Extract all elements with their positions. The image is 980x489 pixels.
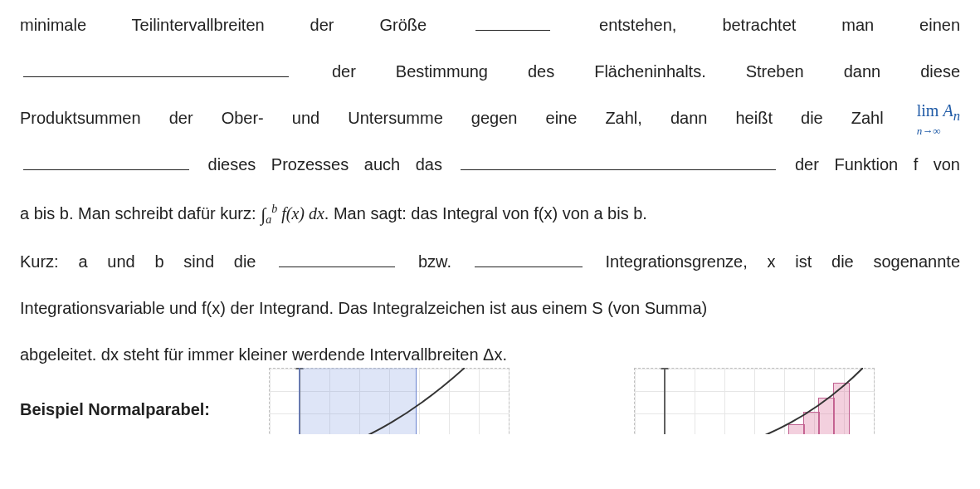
text: betrachtet (722, 16, 796, 34)
text: Größe (379, 16, 427, 34)
text: der (332, 62, 356, 81)
document-page: minimale Teilintervallbreiten der Größe … (0, 3, 980, 441)
text: des (528, 62, 554, 81)
text: Teilintervallbreiten (132, 16, 265, 34)
integral-lower: a (266, 213, 271, 226)
paragraph-line-6: Kurz: a und b sind die bzw. Integrations… (20, 240, 960, 283)
text: Ober- (222, 109, 264, 127)
text: der (310, 16, 334, 34)
lim-label: lim (917, 101, 939, 120)
integral-fx: f(x) (281, 204, 305, 222)
text: und (292, 109, 319, 127)
text: heißt (735, 109, 772, 127)
text: Bestimmung (396, 62, 488, 81)
paragraph-line-2: der Bestimmung des Flächeninhalts. Streb… (20, 50, 960, 93)
fill-blank[interactable] (23, 153, 189, 170)
text: die (801, 109, 823, 127)
text: bzw. (418, 252, 451, 271)
text: Zahl, (605, 109, 641, 127)
text: Streben (746, 62, 804, 81)
text: a bis b. Man schreibt dafür kurz: (20, 204, 261, 222)
lim-bound: n→∞ (917, 125, 960, 136)
integral-dx: dx (309, 204, 324, 222)
text: gegen (471, 109, 518, 127)
figure-row: Beispiel Normalparabel: (20, 368, 960, 434)
integral-upper: b (271, 203, 277, 215)
math-integral: ∫ab f(x) dx (261, 204, 324, 222)
paragraph-line-1: minimale Teilintervallbreiten der Größe … (20, 3, 960, 46)
text: dann (670, 109, 708, 127)
text: minimale (20, 16, 86, 34)
text: Flächeninhalts. (594, 62, 706, 81)
text: der Funktion f von (795, 155, 960, 174)
lim-A-sub: n (953, 108, 960, 124)
parabola-curve (299, 368, 465, 434)
text: Zahl (851, 109, 884, 127)
text: eine (546, 109, 578, 127)
text: dieses Prozesses auch das (208, 155, 442, 174)
text: Integrationsgrenze, x ist die sogenannte (606, 252, 960, 271)
text: Kurz: a und b sind die (20, 252, 256, 271)
text: einen (919, 16, 960, 34)
figure-upper-sum (269, 368, 510, 434)
parabola-curve (664, 368, 863, 434)
fill-blank[interactable] (461, 153, 776, 170)
text: entstehen, (599, 16, 676, 34)
fill-blank[interactable] (475, 250, 583, 267)
fill-blank[interactable] (279, 250, 395, 267)
paragraph-line-3: Produktsummen der Ober- und Untersumme g… (20, 96, 960, 139)
fill-blank[interactable] (475, 13, 550, 31)
text: . Man sagt: das Integral von f(x) von a … (324, 204, 647, 222)
text: man (841, 16, 874, 34)
fill-blank[interactable] (23, 60, 289, 77)
figure-lower-sum (634, 368, 875, 434)
math-limit: lim An n→∞ (917, 102, 960, 136)
integral-symbol: ∫ (261, 204, 266, 225)
paragraph-line-5: a bis b. Man schreibt dafür kurz: ∫ab f(… (20, 189, 960, 237)
text: Untersumme (348, 109, 442, 127)
text: diese (920, 62, 960, 81)
example-heading: Beispiel Normalparabel: (20, 388, 210, 431)
lim-A: A (943, 101, 953, 120)
text: der (169, 109, 193, 127)
paragraph-line-4: dieses Prozesses auch das der Funktion f… (20, 143, 960, 186)
paragraph-line-7: Integrationsvariable und f(x) der Integr… (20, 286, 960, 330)
text: dann (844, 62, 881, 81)
text: Produktsummen (20, 109, 141, 127)
